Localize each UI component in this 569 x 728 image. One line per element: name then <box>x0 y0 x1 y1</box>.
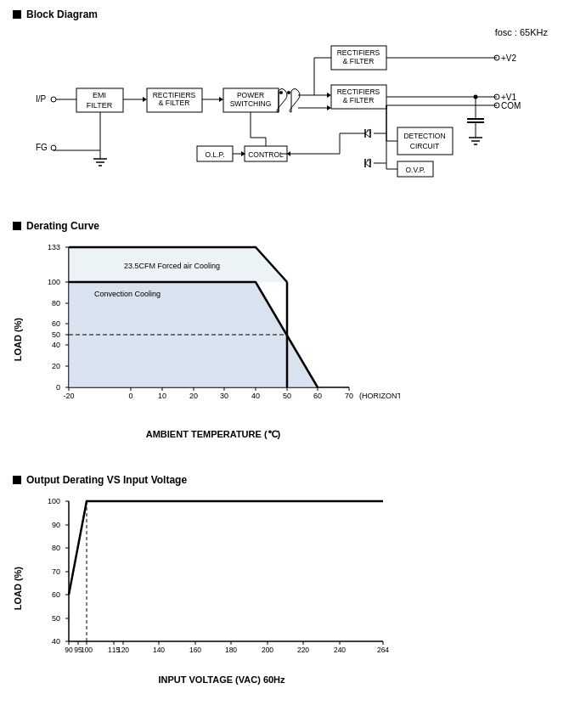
svg-text:CIRCUIT: CIRCUIT <box>410 142 439 150</box>
svg-text:RECTIFIERS: RECTIFIERS <box>337 87 380 96</box>
svg-text:0: 0 <box>56 383 60 392</box>
svg-text:70: 70 <box>52 567 60 576</box>
svg-text:CONTROL: CONTROL <box>248 150 284 159</box>
svg-text:80: 80 <box>52 299 60 308</box>
svg-text:264: 264 <box>377 646 389 654</box>
title-square-icon <box>13 476 21 484</box>
output-derating-chart-area: LOAD (%) 40 50 60 70 <box>13 493 556 685</box>
svg-text:70: 70 <box>345 392 353 400</box>
svg-text:DETECTION: DETECTION <box>403 132 445 140</box>
derating-y-label: LOAD (%) <box>13 318 23 361</box>
output-derating-svg: 40 50 60 70 80 90 100 <box>26 493 417 671</box>
svg-marker-14 <box>143 97 147 102</box>
svg-text:50: 50 <box>52 614 60 623</box>
svg-text:& FILTER: & FILTER <box>159 99 190 107</box>
output-derating-title: Output Derating VS Input Voltage <box>13 474 556 486</box>
output-y-label: LOAD (%) <box>13 567 23 610</box>
svg-text:20: 20 <box>189 392 198 400</box>
svg-text:& FILTER: & FILTER <box>343 57 375 65</box>
svg-text:60: 60 <box>313 392 322 400</box>
derating-x-label: AMBIENT TEMPERATURE (℃) <box>26 429 400 440</box>
block-diagram-svg: I/P FG EMI FILTER <box>17 27 561 193</box>
svg-point-3 <box>51 145 56 150</box>
block-diagram-title: Block Diagram <box>13 8 556 20</box>
svg-text:+V2: +V2 <box>501 54 517 63</box>
svg-text:80: 80 <box>52 544 60 552</box>
svg-text:POWER: POWER <box>237 91 264 99</box>
svg-text:10: 10 <box>158 392 166 400</box>
svg-text:FILTER: FILTER <box>87 101 113 110</box>
svg-marker-19 <box>219 97 223 102</box>
block-diagram-section: Block Diagram fosc : 65KHz I/P FG EMI FI… <box>13 8 556 195</box>
output-derating-section: Output Derating VS Input Voltage LOAD (%… <box>13 474 556 685</box>
svg-text:RECTIFIERS: RECTIFIERS <box>337 48 380 57</box>
svg-text:0: 0 <box>128 392 132 400</box>
svg-text:SWITCHING: SWITCHING <box>230 99 272 108</box>
svg-point-25 <box>279 91 283 94</box>
derating-chart-area: LOAD (%) 0 20 40 50 <box>13 239 556 440</box>
output-x-label: INPUT VOLTAGE (VAC) 60Hz <box>26 674 417 685</box>
svg-marker-30 <box>327 105 331 110</box>
svg-text:I/P: I/P <box>36 94 47 104</box>
svg-text:100: 100 <box>81 646 93 654</box>
svg-text:23.5CFM Forced air Cooling: 23.5CFM Forced air Cooling <box>124 262 220 270</box>
svg-text:-20: -20 <box>63 392 74 400</box>
svg-text:50: 50 <box>283 392 291 400</box>
derating-curve-title: Derating Curve <box>13 220 556 232</box>
derating-curve-section: Derating Curve LOAD (%) 0 20 40 <box>13 220 556 440</box>
svg-text:200: 200 <box>262 646 273 654</box>
svg-point-26 <box>287 91 290 94</box>
title-square-icon <box>13 222 21 230</box>
svg-text:FG: FG <box>36 143 48 152</box>
svg-text:Convection Cooling: Convection Cooling <box>94 290 161 298</box>
svg-marker-28 <box>327 93 331 98</box>
svg-marker-68 <box>287 151 290 156</box>
svg-text:40: 40 <box>52 637 60 646</box>
svg-text:50: 50 <box>52 330 60 339</box>
svg-text:100: 100 <box>48 278 60 286</box>
svg-text:133: 133 <box>48 243 60 251</box>
derating-chart: 0 20 40 50 60 80 100 <box>26 239 400 440</box>
svg-text:30: 30 <box>220 392 228 400</box>
svg-text:20: 20 <box>52 362 60 370</box>
title-square-icon <box>13 10 21 19</box>
svg-text:120: 120 <box>117 646 129 654</box>
svg-point-1 <box>51 97 56 102</box>
svg-text:EMI: EMI <box>93 91 106 99</box>
fosc-label: fosc : 65KHz <box>495 27 548 37</box>
svg-text:60: 60 <box>52 319 60 328</box>
svg-text:180: 180 <box>225 646 237 654</box>
output-derating-chart: 40 50 60 70 80 90 100 <box>26 493 417 685</box>
svg-text:& FILTER: & FILTER <box>343 96 375 104</box>
svg-text:220: 220 <box>297 646 309 654</box>
svg-text:90: 90 <box>65 646 73 654</box>
svg-text:90: 90 <box>52 521 60 529</box>
svg-text:140: 140 <box>153 646 165 654</box>
svg-text:O.V.P.: O.V.P. <box>405 166 425 174</box>
svg-text:160: 160 <box>189 646 201 654</box>
svg-text:40: 40 <box>251 392 260 400</box>
svg-text:100: 100 <box>48 497 60 505</box>
svg-text:240: 240 <box>334 646 346 654</box>
svg-text:O.L.P.: O.L.P. <box>206 150 225 159</box>
svg-text:(HORIZONTAL): (HORIZONTAL) <box>359 392 400 400</box>
derating-svg: 0 20 40 50 60 80 100 <box>26 239 400 426</box>
svg-text:60: 60 <box>52 590 60 599</box>
svg-text:40: 40 <box>52 341 60 349</box>
svg-text:COM: COM <box>501 101 521 110</box>
